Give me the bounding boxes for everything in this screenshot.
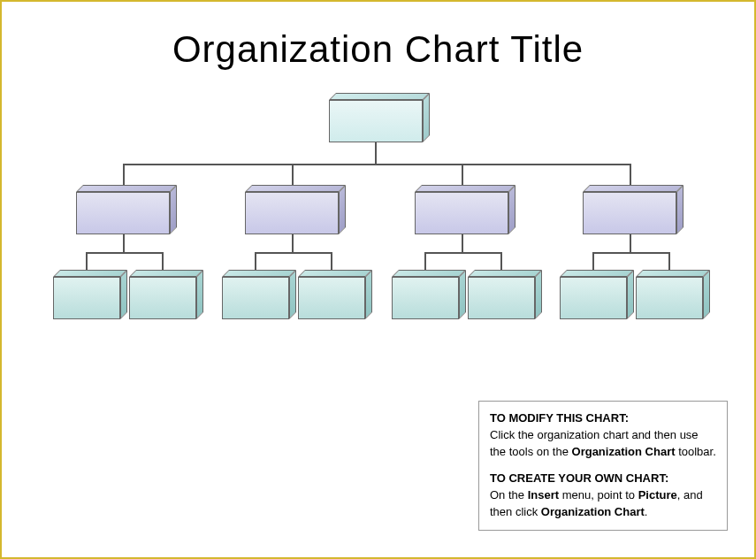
create-bold3: Organization Chart <box>541 505 645 518</box>
chart-title: Organization Chart Title <box>2 28 754 71</box>
org-chart[interactable] <box>2 93 754 358</box>
create-bold2: Picture <box>638 488 677 502</box>
modify-text-b: toolbar. <box>676 445 716 458</box>
create-text-b: menu, point to <box>559 488 638 502</box>
instructions-panel: TO MODIFY THIS CHART: Click the organiza… <box>478 401 728 531</box>
create-bold1: Insert <box>528 488 559 502</box>
create-text-a: On the <box>490 488 528 502</box>
modify-bold: Organization Chart <box>572 445 676 458</box>
create-text-d: . <box>645 505 648 518</box>
modify-heading: TO MODIFY THIS CHART: <box>490 411 629 425</box>
create-heading: TO CREATE YOUR OWN CHART: <box>490 471 668 485</box>
